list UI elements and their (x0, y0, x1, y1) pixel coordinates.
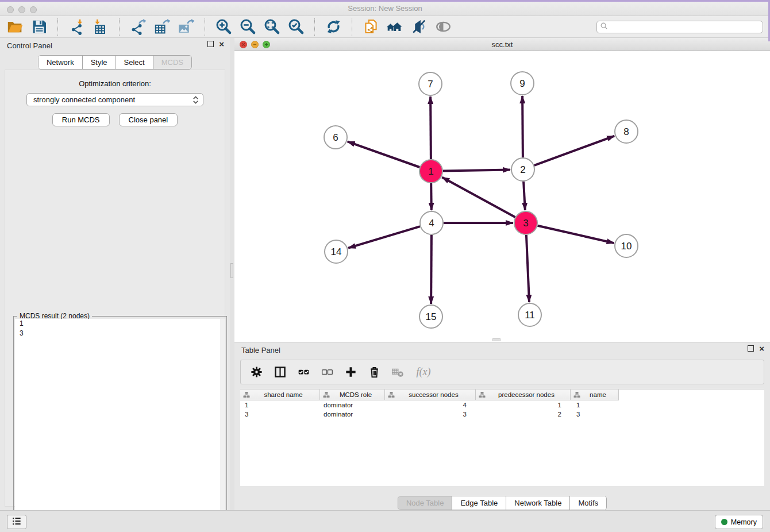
graph-node-9[interactable]: 9 (511, 72, 534, 95)
network-window: scc.txt 7968124314101511 (234, 38, 770, 342)
table-panel-title: Table Panel (241, 346, 280, 354)
delete-row-icon[interactable] (367, 365, 382, 380)
search-box[interactable] (596, 21, 763, 33)
tab-edge-table[interactable]: Edge Table (452, 496, 506, 510)
column-header-successor-nodes[interactable]: successor nodes (385, 390, 476, 400)
graph-node-4[interactable]: 4 (420, 211, 443, 234)
tab-mcds[interactable]: MCDS (153, 56, 191, 69)
close-panel-button[interactable]: Close panel (119, 113, 178, 126)
graph-node-1[interactable]: 1 (419, 160, 442, 183)
toolbar-separator (119, 18, 120, 36)
vertical-splitter[interactable] (230, 38, 234, 510)
export-network-icon[interactable] (129, 18, 147, 36)
table-cell: 3 (240, 410, 320, 419)
graph-node-8[interactable]: 8 (615, 120, 638, 143)
column-header-shared-name[interactable]: shared name (240, 390, 320, 400)
graph-node-2[interactable]: 2 (511, 158, 534, 181)
svg-text:2: 2 (520, 164, 525, 175)
table-tabs: Node TableEdge TableNetwork TableMotifs (234, 496, 770, 510)
clone-network-icon[interactable] (361, 18, 380, 36)
graph-node-11[interactable]: 11 (518, 303, 541, 326)
edge-2-9[interactable] (522, 96, 523, 157)
run-mcds-button[interactable]: Run MCDS (52, 113, 110, 126)
network-close-icon[interactable] (240, 41, 247, 48)
column-header-name[interactable]: name (571, 390, 619, 400)
delete-table-icon[interactable] (390, 365, 405, 380)
minimize-window-icon[interactable] (18, 6, 25, 13)
export-image-icon[interactable] (177, 18, 195, 36)
import-table-icon[interactable] (91, 18, 110, 36)
vertical-splitter-handle[interactable] (230, 263, 233, 278)
column-header-MCDS-role[interactable]: MCDS role (320, 390, 385, 400)
tab-style[interactable]: Style (82, 56, 116, 69)
tab-motifs[interactable]: Motifs (569, 496, 606, 510)
edge-4-14[interactable] (348, 226, 420, 248)
memory-button[interactable]: Memory (715, 515, 763, 529)
mcds-result-list[interactable]: 13 (15, 319, 225, 531)
edge-2-8[interactable] (534, 136, 615, 165)
split-view-icon[interactable] (272, 365, 287, 380)
close-panel-icon[interactable]: × (219, 41, 224, 47)
float-panel-icon[interactable] (207, 41, 214, 47)
edge-2-3[interactable] (523, 182, 525, 210)
add-row-icon[interactable] (343, 365, 358, 380)
network-minimize-icon[interactable] (251, 41, 259, 48)
export-table-icon[interactable] (153, 18, 171, 36)
tab-node-table[interactable]: Node Table (398, 496, 452, 510)
edge-3-11[interactable] (526, 235, 529, 302)
result-scrollbar[interactable] (220, 319, 225, 531)
tab-network[interactable]: Network (38, 56, 82, 69)
deselect-all-columns-icon[interactable] (319, 365, 334, 380)
svg-text:9: 9 (519, 78, 525, 89)
close-table-panel-icon[interactable]: × (759, 345, 764, 352)
zoom-window-icon[interactable] (30, 6, 37, 13)
graph-node-10[interactable]: 10 (615, 234, 638, 257)
graph-node-7[interactable]: 7 (419, 72, 442, 95)
graph-node-15[interactable]: 15 (419, 305, 442, 328)
table-row[interactable]: 1dominator411 (240, 400, 764, 410)
graph-node-3[interactable]: 3 (514, 211, 537, 234)
zoom-in-icon[interactable] (214, 18, 233, 36)
import-network-icon[interactable] (67, 18, 86, 36)
birds-eye-view-icon[interactable] (434, 18, 452, 36)
edge-1-4[interactable] (431, 183, 432, 210)
open-session-icon[interactable] (6, 18, 24, 36)
edge-3-10[interactable] (538, 226, 614, 243)
tab-select[interactable]: Select (116, 56, 153, 69)
column-header-predecessor-nodes[interactable]: predecessor nodes (476, 390, 571, 400)
svg-text:8: 8 (623, 126, 629, 137)
edge-1-7[interactable] (430, 97, 431, 159)
network-canvas[interactable]: 7968124314101511 (234, 51, 770, 342)
function-builder-icon[interactable]: f(x) (414, 365, 433, 380)
home-icon[interactable] (386, 18, 404, 36)
network-title: scc.txt (234, 38, 770, 51)
float-table-panel-icon[interactable] (748, 345, 754, 352)
select-all-columns-icon[interactable] (296, 365, 311, 380)
toolbar-icons (6, 18, 452, 36)
edge-4-15[interactable] (431, 235, 432, 304)
zoom-out-icon[interactable] (238, 18, 257, 36)
svg-text:3: 3 (523, 218, 528, 229)
edge-1-6[interactable] (348, 141, 420, 167)
save-session-icon[interactable] (30, 18, 48, 36)
graph-node-6[interactable]: 6 (324, 126, 347, 149)
memory-label: Memory (731, 518, 757, 526)
table-row[interactable]: 3dominator323 (240, 410, 764, 419)
status-list-button[interactable] (7, 515, 26, 529)
horizontal-splitter-handle[interactable] (492, 338, 500, 341)
criterion-select[interactable]: strongly connected component (26, 93, 203, 106)
tab-network-table[interactable]: Network Table (506, 496, 569, 510)
edge-3-1[interactable] (442, 178, 515, 217)
edge-1-2[interactable] (443, 169, 510, 171)
search-input[interactable] (609, 22, 763, 32)
close-window-icon[interactable] (7, 6, 14, 13)
show-graphics-details-icon[interactable] (410, 18, 428, 36)
zoom-fit-icon[interactable] (263, 18, 281, 36)
svg-text:1: 1 (428, 166, 433, 177)
refresh-layout-icon[interactable] (324, 18, 342, 36)
table-cell: dominator (320, 410, 385, 419)
zoom-selected-icon[interactable] (287, 18, 305, 36)
network-zoom-icon[interactable] (263, 41, 270, 48)
settings-icon[interactable] (249, 365, 264, 380)
graph-node-14[interactable]: 14 (325, 240, 348, 263)
